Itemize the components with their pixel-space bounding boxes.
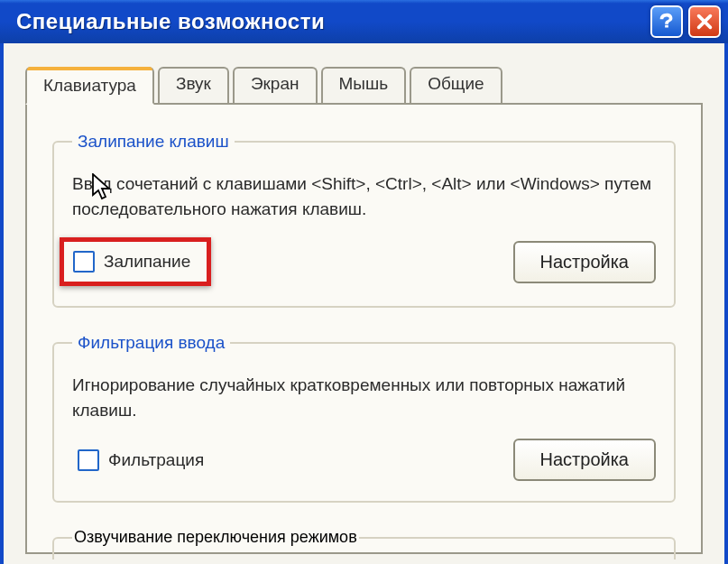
- tab-label: Звук: [176, 74, 211, 93]
- group-legend: Озвучивание переключения режимов: [72, 528, 359, 547]
- titlebar-buttons: [650, 5, 721, 38]
- client-area: Клавиатура Звук Экран Мышь Общие Залипан…: [0, 43, 728, 564]
- help-icon: [657, 12, 677, 32]
- sticky-keys-checkbox[interactable]: [73, 251, 95, 273]
- close-button[interactable]: [688, 5, 721, 38]
- sticky-keys-label: Залипание: [104, 252, 190, 272]
- tab-general[interactable]: Общие: [410, 67, 502, 103]
- tab-panel-keyboard: Залипание клавиш Ввод сочетаний с клавиш…: [25, 103, 703, 554]
- group-legend: Залипание клавиш: [72, 132, 235, 152]
- tab-keyboard[interactable]: Клавиатура: [25, 67, 154, 105]
- sticky-keys-checkbox-highlight: Залипание: [60, 237, 211, 286]
- tab-label: Общие: [428, 74, 484, 93]
- filter-keys-checkbox-wrap: Фильтрация: [72, 444, 213, 476]
- filter-keys-checkbox[interactable]: [78, 449, 99, 471]
- group-row: Фильтрация Настройка: [72, 439, 656, 481]
- group-row: Залипание Настройка: [72, 237, 656, 286]
- close-icon: [695, 12, 714, 32]
- tab-sound[interactable]: Звук: [158, 67, 229, 103]
- accessibility-window: Специальные возможности Клавиатура Звук …: [0, 0, 728, 564]
- group-description: Ввод сочетаний с клавишами <Shift>, <Ctr…: [72, 171, 656, 221]
- tab-display[interactable]: Экран: [233, 67, 318, 103]
- group-description: Игнорирование случайных кратковременных …: [72, 373, 656, 422]
- button-label: Настройка: [540, 449, 629, 469]
- filter-keys-settings-button[interactable]: Настройка: [513, 439, 656, 481]
- titlebar: Специальные возможности: [0, 0, 728, 43]
- button-label: Настройка: [540, 252, 629, 272]
- group-legend: Фильтрация ввода: [72, 333, 230, 353]
- filter-keys-label: Фильтрация: [108, 450, 204, 470]
- tabs-row: Клавиатура Звук Экран Мышь Общие: [25, 67, 703, 103]
- group-filter-keys: Фильтрация ввода Игнорирование случайных…: [52, 333, 676, 503]
- group-sticky-keys: Залипание клавиш Ввод сочетаний с клавиш…: [52, 132, 676, 308]
- tab-label: Мышь: [339, 74, 389, 93]
- help-button[interactable]: [650, 5, 683, 38]
- group-toggle-keys: Озвучивание переключения режимов: [52, 528, 676, 559]
- tab-mouse[interactable]: Мышь: [321, 67, 407, 103]
- window-title: Специальные возможности: [16, 9, 650, 34]
- sticky-keys-settings-button[interactable]: Настройка: [513, 241, 656, 283]
- tab-label: Экран: [251, 74, 299, 93]
- tab-label: Клавиатура: [43, 76, 136, 95]
